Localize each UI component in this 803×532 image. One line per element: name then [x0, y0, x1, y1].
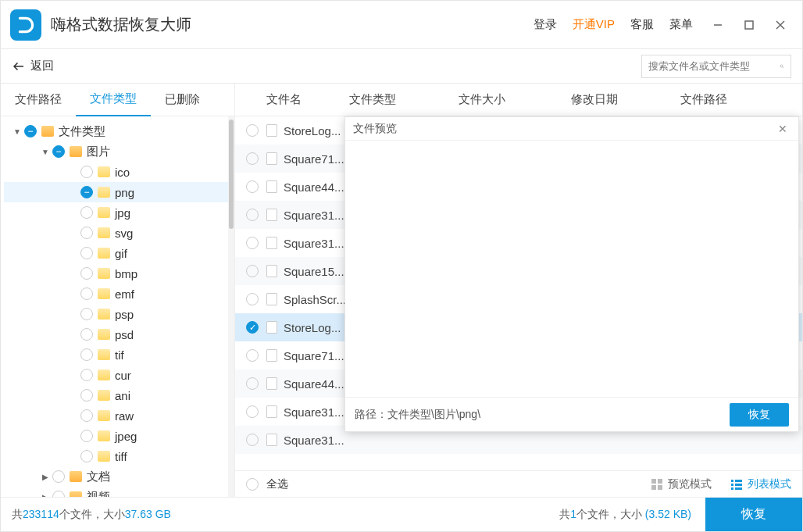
tree-label: ani	[115, 389, 130, 402]
menu-link[interactable]: 菜单	[669, 17, 693, 32]
content: 文件名 文件类型 文件大小 修改日期 文件路径 StoreLog...png90…	[235, 84, 802, 497]
tree-checkbox[interactable]	[80, 409, 93, 422]
tree-checkbox[interactable]	[80, 430, 93, 442]
maximize-button[interactable]	[735, 11, 763, 39]
sidebar-tab-type[interactable]: 文件类型	[76, 84, 151, 116]
sidebar-scroll-thumb[interactable]	[229, 120, 234, 229]
tree-checkbox[interactable]	[80, 287, 93, 300]
tree-type-psp[interactable]: psp	[4, 304, 234, 324]
tree-checkbox[interactable]	[80, 206, 93, 219]
row-checkbox[interactable]	[246, 152, 259, 165]
tree-type-cur[interactable]: cur	[4, 365, 234, 385]
tree-twist-icon[interactable]: ▼	[40, 148, 51, 156]
row-checkbox[interactable]	[246, 293, 259, 305]
col-size[interactable]: 文件大小	[459, 92, 571, 107]
row-checkbox[interactable]	[246, 265, 259, 277]
total-files-label: 共233114个文件，大小37.63 GB	[12, 508, 171, 522]
tree-video[interactable]: ▶视频	[4, 487, 234, 497]
tree-type-jpeg[interactable]: jpeg	[4, 426, 234, 446]
tree-checkbox[interactable]	[80, 308, 93, 320]
col-name[interactable]: 文件名	[248, 92, 349, 107]
row-checkbox[interactable]: ✓	[246, 321, 259, 334]
col-date[interactable]: 修改日期	[571, 92, 680, 107]
folder-icon	[98, 309, 110, 320]
sidebar-scrollbar[interactable]	[228, 116, 234, 497]
back-button[interactable]: 返回	[12, 59, 54, 73]
folder-icon	[98, 268, 110, 279]
tree-type-emf[interactable]: emf	[4, 284, 234, 304]
folder-icon	[98, 410, 110, 421]
service-link[interactable]: 客服	[630, 17, 654, 32]
preview-close-button[interactable]: ✕	[775, 123, 791, 135]
col-type[interactable]: 文件类型	[349, 92, 459, 107]
tree-type-psd[interactable]: psd	[4, 324, 234, 345]
row-checkbox[interactable]	[246, 124, 259, 137]
tree-root[interactable]: ▼−文件类型	[4, 121, 234, 141]
preview-recover-button[interactable]: 恢复	[730, 403, 789, 427]
row-checkbox[interactable]	[246, 405, 259, 418]
preview-mode-button[interactable]: 预览模式	[651, 477, 712, 491]
app-logo	[10, 9, 41, 41]
tree-type-ico[interactable]: ico	[4, 162, 234, 182]
tree-checkbox[interactable]	[80, 369, 93, 381]
tree-twist-icon[interactable]: ▶	[40, 473, 51, 481]
minimize-button[interactable]	[704, 11, 732, 39]
close-button[interactable]	[766, 11, 794, 39]
login-link[interactable]: 登录	[534, 17, 557, 32]
search-box[interactable]	[641, 55, 791, 78]
tree-type-raw[interactable]: raw	[4, 405, 234, 426]
tree-label: 文档	[87, 470, 110, 484]
tree-type-gif[interactable]: gif	[4, 243, 234, 263]
folder-icon	[98, 451, 110, 462]
tree-checkbox[interactable]	[52, 491, 65, 497]
tree-checkbox[interactable]	[80, 348, 93, 361]
row-checkbox[interactable]	[246, 180, 259, 193]
list-icon	[730, 478, 743, 491]
row-checkbox[interactable]	[246, 349, 259, 362]
tree-checkbox[interactable]	[80, 450, 93, 462]
tree-checkbox[interactable]	[80, 166, 93, 178]
column-header: 文件名 文件类型 文件大小 修改日期 文件路径	[235, 84, 802, 116]
tree-type-tiff[interactable]: tiff	[4, 446, 234, 466]
select-all-checkbox[interactable]	[246, 478, 259, 491]
tree-checkbox[interactable]	[80, 389, 93, 402]
tree-type-tif[interactable]: tif	[4, 345, 234, 365]
col-path[interactable]: 文件路径	[680, 92, 802, 107]
search-input[interactable]	[648, 60, 780, 72]
tree-checkbox[interactable]: −	[24, 125, 37, 137]
tree-type-bmp[interactable]: bmp	[4, 263, 234, 284]
file-icon	[266, 152, 277, 165]
tree-checkbox[interactable]: −	[52, 145, 65, 158]
sidebar-tab-path[interactable]: 文件路径	[1, 84, 76, 116]
tree-checkbox[interactable]: −	[80, 186, 93, 198]
tree-checkbox[interactable]	[52, 470, 65, 483]
back-arrow-icon	[12, 59, 26, 73]
main: 文件路径 文件类型 已删除 ▼−文件类型▼−图片ico−pngjpgsvggif…	[1, 84, 802, 497]
tree-checkbox[interactable]	[80, 328, 93, 341]
recover-button[interactable]: 恢复	[705, 498, 802, 532]
folder-icon	[41, 126, 54, 137]
tree-images[interactable]: ▼−图片	[4, 141, 234, 162]
tree-checkbox[interactable]	[80, 267, 93, 280]
file-icon	[266, 321, 277, 334]
tree-docs[interactable]: ▶文档	[4, 466, 234, 487]
row-checkbox[interactable]	[246, 377, 259, 390]
tree-type-ani[interactable]: ani	[4, 385, 234, 405]
tree-type-png[interactable]: −png	[4, 182, 234, 202]
file-icon	[266, 180, 277, 193]
list-mode-button[interactable]: 列表模式	[730, 477, 791, 491]
tree-twist-icon[interactable]: ▶	[40, 493, 51, 498]
tree-checkbox[interactable]	[80, 227, 93, 239]
row-checkbox[interactable]	[246, 209, 259, 221]
row-checkbox[interactable]	[246, 237, 259, 249]
tree-type-jpg[interactable]: jpg	[4, 202, 234, 223]
tree-label: 文件类型	[59, 124, 105, 139]
tree-checkbox[interactable]	[80, 247, 93, 259]
vip-link[interactable]: 开通VIP	[573, 17, 615, 32]
tree-twist-icon[interactable]: ▼	[12, 127, 23, 136]
toolbar: 返回	[1, 49, 802, 84]
sidebar-tab-deleted[interactable]: 已删除	[151, 84, 214, 116]
row-checkbox[interactable]	[246, 434, 259, 446]
tree-type-svg[interactable]: svg	[4, 223, 234, 243]
preview-mode-label: 预览模式	[668, 477, 712, 491]
